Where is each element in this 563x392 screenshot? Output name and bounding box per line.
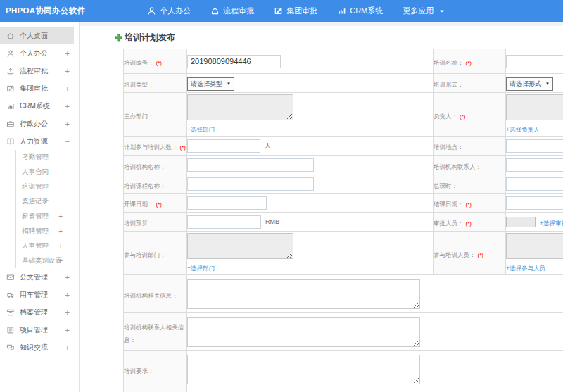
attachment-label-cell: 附件文档： [124,388,187,392]
sidebar-item-project[interactable]: 项目管理+ [0,321,79,339]
sidebar-item-vehicle-label: 用车管理 [20,290,48,300]
form-row-org-contact-info: 培训机构联系人相关信息： [124,313,563,351]
location-label-cell: 培训地点： [434,137,506,156]
topnav-crm[interactable]: CRM系统 [337,6,383,16]
main-content: 培训计划发布 培训编号：(*)培训名称：(*)培训类型：请选择类型▼培训形式：请… [80,22,563,392]
sidebar-subitem-recruitment[interactable]: 招聘管理+ [16,224,79,239]
training-no-label: 培训编号： [124,59,154,66]
sidebar-subitem-hr-contract[interactable]: 人事合同 [16,165,79,179]
sidebar-item-project-label: 项目管理 [20,325,48,335]
leader-control-cell: +选择负责人 [506,93,563,137]
leader-picker-link[interactable]: +选择负责人 [506,126,539,133]
training-name-input[interactable] [506,55,563,68]
planned-count-label: 计划参与培训人数： [124,144,178,151]
join-people-label-cell: 参与培训人员：(*) [434,232,506,275]
join-people-picker-link[interactable]: +选择参与人员 [506,265,545,272]
topbar: PHPOA协同办公软件 个人办公流程审批集团审批CRM系统更多应用 [0,0,563,22]
budget-input[interactable] [187,215,261,229]
form-row-host-dept: 主办部门：+选择部门负责人：(*)+选择负责人 [124,93,563,137]
join-depts-textarea[interactable] [187,233,293,259]
user-icon [147,6,156,15]
archive-icon [6,308,15,317]
sidebar-item-crm[interactable]: CRM系统+ [0,97,79,115]
start-date-input[interactable] [187,196,267,210]
topnav-crm-label: CRM系统 [350,6,383,16]
org-contact-info-textarea[interactable] [187,317,420,347]
sidebar-subitem-recruitment-expander: + [58,227,63,235]
topnav-group-approval[interactable]: 集团审批 [274,6,317,16]
sidebar-item-vehicle[interactable]: 用车管理+ [0,286,79,303]
topnav-workflow-approval[interactable]: 流程审批 [210,6,254,16]
org-info-textarea[interactable] [187,279,420,309]
sidebar-subitem-personnel[interactable]: 人事管理+ [16,239,79,253]
topnav-personal-office[interactable]: 个人办公 [147,6,191,16]
org-contact-label-cell: 培训机构联系人： [434,156,506,175]
start-date-label-cell: 开课日期：(*) [124,194,187,213]
training-no-input[interactable] [187,55,281,68]
join-people-textarea[interactable] [506,233,563,259]
sidebar-subitem-reward-record-label: 奖惩记录 [22,197,49,206]
topnav-more-apps[interactable]: 更多应用 [403,6,445,16]
sidebar-item-group-approval[interactable]: 集团审批+ [0,80,79,97]
form-row-planned-count: 计划参与培训人数：(*)人培训地点： [124,137,563,156]
sidebar-item-group-approval-expander: + [65,84,70,93]
join-depts-link-row: +选择部门 [187,260,433,273]
course-name-label-cell: 培训课程名称： [124,175,187,194]
sidebar-item-admin-office-label: 行政办公 [20,119,48,129]
leader-required-mark: (*) [460,113,465,120]
host-dept-label-cell: 主办部门： [124,93,187,137]
approver-input[interactable] [506,217,536,227]
sidebar-item-workflow-approval-label: 流程审批 [20,66,48,76]
doc-icon [6,273,15,282]
sidebar-item-archive-label: 档案管理 [20,308,48,317]
course-name-input[interactable] [187,177,314,191]
sidebar-menu: 个人桌面个人办公+流程审批+集团审批+CRM系统+行政办公+人力资源−考勤管理人… [0,27,79,356]
join-depts-picker-link[interactable]: +选择部门 [187,265,215,272]
host-dept-textarea[interactable] [187,94,293,120]
sidebar-item-personal-desktop[interactable]: 个人桌面 [0,27,74,44]
join-people-required-mark: (*) [478,252,483,258]
sidebar-item-archive[interactable]: 档案管理+ [0,303,79,321]
sidebar-subitem-reward-record[interactable]: 奖惩记录 [16,194,79,209]
edit-icon [274,6,283,15]
location-input[interactable] [506,139,563,153]
budget-unit-label: RMB [265,218,279,225]
sidebar-subitem-attendance-label: 考勤管理 [22,153,49,162]
end-date-input[interactable] [506,196,563,210]
hamburger-menu-icon[interactable] [123,6,134,17]
requirements-label-cell: 培训要求： [124,351,187,388]
training-form-select[interactable]: 请选择形式▼ [506,77,553,91]
planned-count-input[interactable] [187,139,260,153]
course-name-label: 培训课程名称： [124,182,166,189]
sidebar-item-document-label: 公文管理 [20,272,48,282]
approver-picker-link[interactable]: +选择审批人员 [540,220,563,227]
form-row-org-name: 培训机构名称：培训机构联系人： [124,156,563,175]
sidebar-item-hr[interactable]: 人力资源− [0,132,79,150]
sidebar-item-admin-office[interactable]: 行政办公+ [0,115,79,132]
sidebar-item-knowledge-expander: + [65,343,70,352]
sidebar-item-workflow-approval[interactable]: 流程审批+ [0,62,79,80]
training-type-select[interactable]: 请选择类型▼ [187,77,234,91]
sidebar-item-knowledge-label: 知识交流 [20,343,48,353]
org-contact-info-label: 培训机构联系人相关信息： [124,324,184,343]
org-contact-control-cell [506,156,563,175]
training-no-label-cell: 培训编号：(*) [124,49,187,74]
topnav-workflow-approval-label: 流程审批 [223,6,254,16]
sidebar-subitem-base-category[interactable]: 基础类别设置+ [16,253,79,268]
book-icon [6,137,15,146]
sidebar-item-document[interactable]: 公文管理+ [0,268,79,286]
sidebar-subitem-attendance[interactable]: 考勤管理 [16,150,79,165]
sidebar-item-personal-office[interactable]: 个人办公+ [0,44,79,62]
org-contact-input[interactable] [506,158,563,172]
sidebar-item-knowledge[interactable]: 知识交流+ [0,339,79,356]
requirements-textarea[interactable] [187,355,420,384]
training-name-label: 培训名称： [434,59,464,66]
sidebar-subitem-training[interactable]: 培训管理 [16,179,79,194]
host-dept-picker-link[interactable]: +选择部门 [187,126,215,133]
total-hours-input[interactable] [506,177,563,191]
form-row-start-date: 开课日期：(*)结课日期：(*) [124,194,563,213]
sidebar-subitem-salary[interactable]: 薪资管理+ [16,209,79,224]
org-name-input[interactable] [187,158,314,172]
leader-textarea[interactable] [506,94,563,120]
chat-icon [6,343,15,352]
